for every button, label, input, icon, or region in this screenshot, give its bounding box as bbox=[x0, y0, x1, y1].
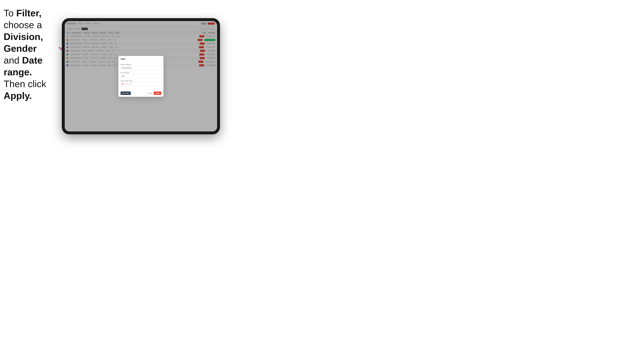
gender-form-group: Select gender Men × ⌃⌄ bbox=[120, 72, 161, 78]
calendar-icon: 📅 bbox=[122, 84, 124, 85]
modal-overlay: Filter × Select a division NCAA Division… bbox=[65, 21, 217, 131]
modal-title: Filter bbox=[120, 58, 126, 60]
date-label: Select Date range bbox=[120, 80, 161, 82]
modal-header: Filter × bbox=[118, 56, 164, 62]
division-select[interactable]: NCAA Division I × ⌃⌄ bbox=[120, 66, 161, 70]
apply-button[interactable]: Apply bbox=[154, 91, 161, 95]
tablet-screen: Filter × Select a division NCAA Division… bbox=[65, 21, 217, 131]
filter-modal: Filter × Select a division NCAA Division… bbox=[118, 56, 164, 97]
modal-close-button[interactable]: × bbox=[159, 58, 161, 60]
tablet-frame: Filter × Select a division NCAA Division… bbox=[62, 18, 220, 134]
gender-controls: × ⌃⌄ bbox=[158, 75, 160, 78]
division-form-group: Select a division NCAA Division I × ⌃⌄ bbox=[120, 64, 161, 70]
gender-value: Men bbox=[122, 75, 125, 77]
division-value: NCAA Division I bbox=[122, 67, 132, 69]
division-clear-icon[interactable]: × bbox=[158, 67, 158, 69]
instruction-text: To Filter, choose a Division, Gender and… bbox=[4, 7, 60, 102]
division-controls: × ⌃⌄ bbox=[158, 67, 160, 70]
modal-footer: Clear filter Cancel Apply bbox=[118, 90, 164, 97]
modal-body: Select a division NCAA Division I × ⌃⌄ S… bbox=[118, 62, 164, 90]
gender-select[interactable]: Men × ⌃⌄ bbox=[120, 74, 161, 78]
division-label: Select a division bbox=[120, 64, 161, 65]
gender-clear-icon[interactable]: × bbox=[158, 75, 158, 77]
instruction-line1: To Filter, choose a bbox=[4, 8, 42, 30]
date-placeholder: Pick a date bbox=[124, 84, 132, 85]
gender-chevron-icon: ⌃⌄ bbox=[159, 75, 160, 78]
date-input[interactable]: 📅 Pick a date bbox=[120, 82, 161, 86]
division-chevron-icon: ⌃⌄ bbox=[159, 67, 160, 70]
cancel-button[interactable]: Cancel bbox=[146, 91, 152, 95]
clear-filter-button[interactable]: Clear filter bbox=[120, 91, 131, 95]
instruction-line4: Then click Apply. bbox=[4, 79, 46, 101]
gender-label: Select gender bbox=[120, 72, 161, 74]
instruction-line3: and Date range. bbox=[4, 55, 42, 77]
date-form-group: Select Date range 📅 Pick a date bbox=[120, 80, 161, 86]
instruction-bold2: Division, Gender bbox=[4, 31, 43, 54]
